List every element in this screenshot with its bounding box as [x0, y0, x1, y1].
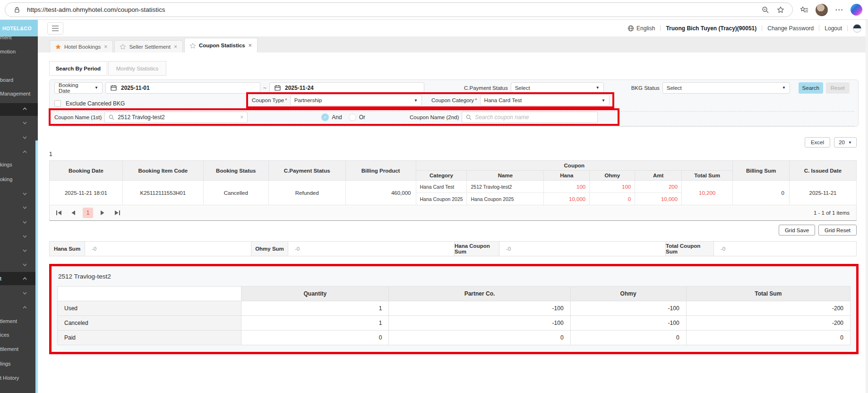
sidebar-item[interactable]: lings: [0, 361, 11, 367]
subtab-search-by-period[interactable]: Search By Period: [49, 61, 107, 76]
sidebar-item[interactable]: t History: [0, 375, 19, 381]
col-billing-sum[interactable]: Billing Sum: [733, 161, 790, 181]
bkg-status-label: BKG Status: [631, 85, 660, 91]
close-icon[interactable]: ×: [174, 44, 177, 50]
sidebar-item[interactable]: board: [0, 77, 13, 83]
copilot-icon[interactable]: [851, 4, 862, 16]
chevron-down-icon[interactable]: [23, 235, 27, 238]
tab-hotel-bookings[interactable]: Hotel Bookings ×: [50, 40, 113, 52]
star-outline-icon[interactable]: [120, 44, 126, 49]
page-scrollbar[interactable]: [866, 20, 868, 393]
hana-coupon-sum-value: -0: [499, 242, 666, 256]
chevron-down-icon[interactable]: [23, 221, 27, 224]
sidebar-item[interactable]: oking: [0, 176, 12, 182]
previous-page-icon[interactable]: [68, 208, 78, 218]
reset-button[interactable]: Reset: [826, 82, 850, 94]
cpayment-status-select[interactable]: Select▼: [511, 82, 604, 94]
cell-coupon-hana: 100 10,000: [544, 181, 590, 205]
chevron-up-icon[interactable]: [23, 150, 27, 153]
or-radio[interactable]: [349, 114, 356, 121]
chevron-down-icon[interactable]: [23, 292, 27, 295]
coupon-name1-input[interactable]: [118, 114, 237, 121]
sidebar-item[interactable]: Management: [0, 91, 30, 96]
sidebar-item-active[interactable]: t: [0, 272, 38, 285]
col-coupon-ohmy[interactable]: Ohmy: [590, 171, 635, 181]
star-outline-icon[interactable]: [190, 43, 196, 48]
grid-save-button[interactable]: Grid Save: [779, 225, 815, 236]
date-from-input[interactable]: 2025-11-01: [105, 82, 260, 94]
cpayment-status-value: Select: [515, 85, 530, 91]
tab-seller-settlement[interactable]: Seller Settlement ×: [114, 40, 183, 52]
col-billing-product[interactable]: Billing Product: [345, 161, 416, 181]
sidebar-item-active[interactable]: [0, 103, 38, 116]
current-page[interactable]: 1: [83, 208, 93, 218]
chevron-down-icon[interactable]: [23, 249, 27, 252]
sidebar-item[interactable]: motion: [0, 49, 16, 54]
chevron-down-icon[interactable]: [23, 206, 27, 209]
sidebar-item[interactable]: ttlement: [0, 346, 18, 352]
and-radio[interactable]: ✓: [321, 114, 329, 121]
sidebar-item[interactable]: tlement: [0, 318, 17, 324]
grid-reset-button[interactable]: Grid Reset: [818, 225, 857, 236]
canceled-ohmy: -100: [570, 316, 686, 331]
coupon-name2-input[interactable]: [475, 114, 593, 121]
browser-profile-avatar[interactable]: [816, 4, 828, 16]
col-cpayment-status[interactable]: C.Payment Status: [268, 161, 345, 181]
theme-toggle-icon[interactable]: [853, 24, 861, 33]
last-page-icon[interactable]: [112, 208, 122, 218]
chevron-down-icon[interactable]: [23, 122, 27, 124]
chevron-down-icon[interactable]: [23, 192, 27, 195]
col-coupon-total-sum[interactable]: Total Sum: [682, 171, 733, 181]
zoom-out-icon[interactable]: [760, 5, 771, 15]
next-page-icon[interactable]: [97, 208, 108, 218]
clear-icon[interactable]: ×: [240, 114, 243, 121]
close-icon[interactable]: ×: [104, 44, 107, 50]
chevron-down-icon: ▼: [592, 86, 600, 90]
cell-coupon-name: 2512 Travlog-test2 Hana Coupon 2025: [467, 181, 544, 205]
col-group-coupon: Coupon: [416, 161, 733, 171]
collections-icon[interactable]: [799, 5, 809, 15]
tab-coupon-statistics[interactable]: Coupon Statistics ×: [184, 38, 258, 52]
coupon-category-select[interactable]: Hana Card Test▼: [480, 95, 610, 106]
sidebar-item[interactable]: ment: [0, 35, 11, 40]
change-password-link[interactable]: Change Password: [767, 25, 814, 32]
col-booking-date[interactable]: Booking Date: [50, 161, 123, 181]
chevron-up-icon[interactable]: [23, 306, 27, 309]
grid-toolbar: Excel 20▼: [49, 137, 857, 148]
close-icon[interactable]: ×: [249, 42, 252, 49]
main-area: English Truong Bich Tuyen (Tracy)(90051)…: [38, 20, 868, 393]
sidebar-item[interactable]: kings: [0, 162, 12, 167]
address-bar[interactable]: https://test-adm.ohmyhotel.com/coupon-st…: [5, 2, 793, 17]
col-c-issued-date[interactable]: C. Issued Date: [789, 161, 856, 181]
logout-link[interactable]: Logout: [825, 25, 842, 32]
col-coupon-category[interactable]: Category: [416, 171, 467, 181]
summary-row-used: Used 1 -100 -100 -200: [58, 301, 851, 316]
browser-more-icon[interactable]: ⋯: [834, 5, 844, 15]
star-filled-icon[interactable]: [55, 44, 61, 49]
col-booking-status[interactable]: Booking Status: [203, 161, 268, 181]
favorite-star-icon[interactable]: [775, 5, 786, 15]
date-to-input[interactable]: 2025-11-24: [269, 82, 424, 94]
chevron-down-icon[interactable]: [23, 263, 27, 266]
excel-button[interactable]: Excel: [805, 137, 830, 148]
date-type-select[interactable]: Booking Date▼: [54, 82, 103, 94]
chevron-down-icon[interactable]: [23, 136, 27, 139]
coupon-type-select[interactable]: Partnership▼: [290, 95, 422, 106]
menu-toggle-button[interactable]: [47, 22, 63, 35]
first-page-icon[interactable]: [53, 208, 64, 218]
sidebar-scrollbar[interactable]: [35, 140, 38, 393]
col-coupon-name[interactable]: Name: [467, 171, 544, 181]
col-coupon-amt[interactable]: Amt: [635, 171, 682, 181]
sidebar-item[interactable]: ices: [0, 332, 9, 338]
search-button[interactable]: Search: [799, 82, 823, 94]
col-coupon-hana[interactable]: Hana: [544, 171, 590, 181]
bkg-status-select[interactable]: Select▼: [662, 82, 790, 94]
language-selector[interactable]: English: [627, 25, 655, 32]
exclude-canceled-checkbox[interactable]: [54, 100, 61, 107]
hana-coupon-sum-label: Hana Coupon Sum: [455, 242, 499, 256]
page-size-select[interactable]: 20▼: [834, 137, 857, 148]
subtab-monthly-statistics[interactable]: Monthly Statistics: [108, 61, 166, 76]
col-booking-item-code[interactable]: Booking Item Code: [122, 161, 203, 181]
or-radio-label: Or: [359, 114, 365, 121]
table-row[interactable]: 2025-11-21 18:01 K25112111553H01 Cancell…: [50, 181, 857, 205]
